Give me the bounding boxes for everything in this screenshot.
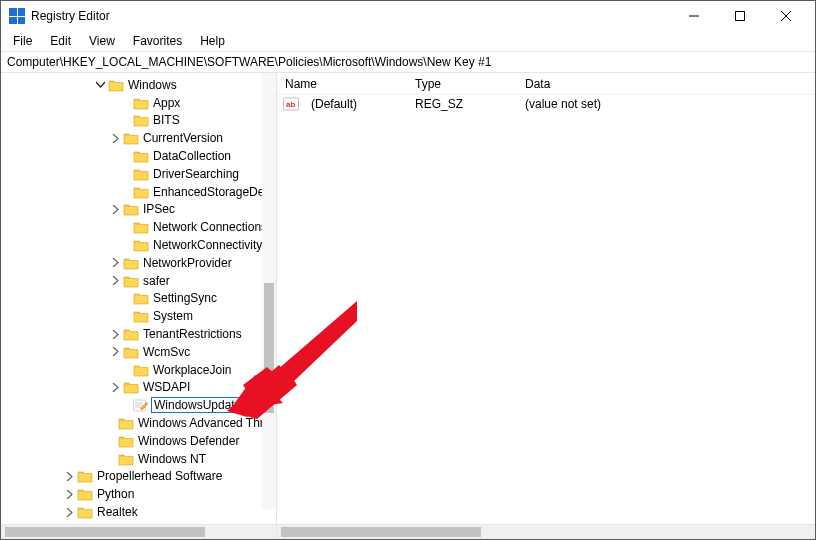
tree-item-label: CurrentVersion	[143, 131, 223, 145]
chevron-right-icon[interactable]	[109, 275, 121, 287]
tree-item-label: EnhancedStorageDevices	[153, 185, 276, 199]
tree-item-label: Windows Advanced Threat	[138, 416, 276, 430]
expander-placeholder	[119, 221, 131, 233]
tree-item[interactable]: BITS	[1, 112, 276, 130]
folder-icon	[118, 416, 134, 430]
menu-file[interactable]: File	[5, 33, 40, 49]
chevron-right-icon[interactable]	[109, 381, 121, 393]
tree-item[interactable]: NetworkConnectivityStatus	[1, 236, 276, 254]
tree-item-label: WcmSvc	[143, 345, 190, 359]
value-name: (Default)	[303, 97, 407, 111]
tree-item[interactable]: WindowsUpdate	[1, 396, 276, 414]
value-row[interactable]: (Default)REG_SZ(value not set)	[277, 95, 815, 113]
maximize-button[interactable]	[717, 1, 763, 31]
expander-placeholder	[119, 399, 131, 411]
folder-icon	[118, 452, 134, 466]
column-name[interactable]: Name	[277, 77, 407, 91]
chevron-right-icon[interactable]	[109, 257, 121, 269]
folder-icon	[133, 291, 149, 305]
menu-help[interactable]: Help	[192, 33, 233, 49]
content: WindowsAppxBITSCurrentVersionDataCollect…	[1, 73, 815, 539]
address-path: Computer\HKEY_LOCAL_MACHINE\SOFTWARE\Pol…	[7, 55, 491, 69]
folder-icon	[133, 149, 149, 163]
chevron-down-icon[interactable]	[94, 79, 106, 91]
tree-item[interactable]: System	[1, 307, 276, 325]
tree-item-label: Appx	[153, 96, 180, 110]
menu-edit[interactable]: Edit	[42, 33, 79, 49]
folder-icon	[133, 309, 149, 323]
tree-item-label: IPSec	[143, 202, 175, 216]
tree-vertical-scrollbar[interactable]	[262, 73, 276, 509]
folder-icon	[133, 185, 149, 199]
tree-item-label: WSDAPI	[143, 380, 190, 394]
string-value-icon	[283, 97, 299, 111]
tree-item-label[interactable]: WindowsUpdate	[151, 397, 244, 413]
tree-item[interactable]: Appx	[1, 94, 276, 112]
app-icon	[9, 8, 25, 24]
folder-icon	[108, 78, 124, 92]
tree-item[interactable]: Realtek	[1, 503, 276, 521]
tree-item[interactable]: Python	[1, 485, 276, 503]
tree-item-label: Windows Defender	[138, 434, 239, 448]
tree-item-label: NetworkProvider	[143, 256, 232, 270]
chevron-right-icon[interactable]	[109, 346, 121, 358]
tree-item[interactable]: safer	[1, 272, 276, 290]
menu-favorites[interactable]: Favorites	[125, 33, 190, 49]
addressbar[interactable]: Computer\HKEY_LOCAL_MACHINE\SOFTWARE\Pol…	[1, 51, 815, 73]
folder-icon	[123, 131, 139, 145]
tree-item[interactable]: Propellerhead Software	[1, 468, 276, 486]
chevron-right-icon[interactable]	[63, 470, 75, 482]
folder-icon	[118, 434, 134, 448]
tree-item[interactable]: WSDAPI	[1, 379, 276, 397]
new-key-icon	[133, 398, 149, 412]
window-title: Registry Editor	[31, 9, 110, 23]
tree-item[interactable]: CurrentVersion	[1, 129, 276, 147]
tree-item[interactable]: Windows	[1, 76, 276, 94]
tree-item[interactable]: Windows NT	[1, 450, 276, 468]
column-type[interactable]: Type	[407, 77, 517, 91]
tree-item[interactable]: Windows Defender	[1, 432, 276, 450]
tree-item[interactable]: DriverSearching	[1, 165, 276, 183]
chevron-right-icon[interactable]	[109, 203, 121, 215]
tree-item-label: Network Connections	[153, 220, 267, 234]
expander-placeholder	[119, 168, 131, 180]
tree-item[interactable]: DataCollection	[1, 147, 276, 165]
folder-icon	[133, 167, 149, 181]
folder-icon	[123, 380, 139, 394]
folder-icon	[123, 256, 139, 270]
chevron-right-icon[interactable]	[63, 488, 75, 500]
tree-item-label: TenantRestrictions	[143, 327, 242, 341]
menu-view[interactable]: View	[81, 33, 123, 49]
folder-icon	[77, 469, 93, 483]
tree-horizontal-scrollbar[interactable]	[1, 524, 276, 539]
folder-icon	[133, 113, 149, 127]
expander-placeholder	[119, 114, 131, 126]
tree-item[interactable]: EnhancedStorageDevices	[1, 183, 276, 201]
list-horizontal-scrollbar[interactable]	[277, 524, 815, 539]
value-list-pane: Name Type Data (Default)REG_SZ(value not…	[277, 73, 815, 539]
tree-item-label: Python	[97, 487, 134, 501]
tree-item[interactable]: SettingSync	[1, 290, 276, 308]
expander-placeholder	[119, 150, 131, 162]
chevron-right-icon[interactable]	[109, 328, 121, 340]
folder-icon	[133, 96, 149, 110]
column-data[interactable]: Data	[517, 77, 815, 91]
close-button[interactable]	[763, 1, 809, 31]
tree-item[interactable]: NetworkProvider	[1, 254, 276, 272]
minimize-button[interactable]	[671, 1, 717, 31]
chevron-right-icon[interactable]	[109, 132, 121, 144]
tree-item[interactable]: Network Connections	[1, 218, 276, 236]
tree-item-label: SettingSync	[153, 291, 217, 305]
tree-item[interactable]: WcmSvc	[1, 343, 276, 361]
expander-placeholder	[104, 453, 116, 465]
folder-icon	[133, 238, 149, 252]
value-data: (value not set)	[517, 97, 609, 111]
tree-item[interactable]: TenantRestrictions	[1, 325, 276, 343]
svg-rect-0	[736, 12, 745, 21]
tree-item[interactable]: Windows Advanced Threat	[1, 414, 276, 432]
expander-placeholder	[119, 186, 131, 198]
tree-item-label: Windows NT	[138, 452, 206, 466]
tree-item[interactable]: WorkplaceJoin	[1, 361, 276, 379]
chevron-right-icon[interactable]	[63, 506, 75, 518]
tree-item[interactable]: IPSec	[1, 201, 276, 219]
